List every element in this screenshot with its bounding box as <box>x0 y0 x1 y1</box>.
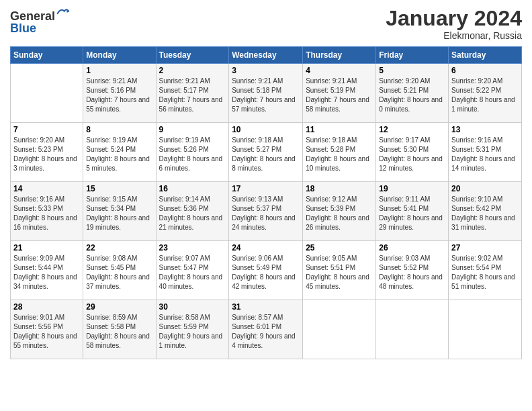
page-container: General Blue January 2024 Elekmonar, Rus… <box>0 0 532 366</box>
day-info: Sunrise: 9:14 AM Sunset: 5:36 PM Dayligh… <box>159 195 226 232</box>
day-number: 10 <box>232 125 300 134</box>
daylight: Daylight: 7 hours and 57 minutes. <box>232 96 296 113</box>
sunrise: Sunrise: 9:08 AM <box>86 255 137 262</box>
sunset: Sunset: 5:27 PM <box>232 146 281 153</box>
day-info: Sunrise: 8:59 AM Sunset: 5:58 PM Dayligh… <box>86 313 152 351</box>
day-info: Sunrise: 9:06 AM Sunset: 5:49 PM Dayligh… <box>232 254 300 291</box>
day-info: Sunrise: 9:11 AM Sunset: 5:41 PM Dayligh… <box>379 195 445 232</box>
day-info: Sunrise: 8:58 AM Sunset: 5:59 PM Dayligh… <box>159 313 226 351</box>
daylight: Daylight: 8 hours and 42 minutes. <box>232 273 296 290</box>
daylight: Daylight: 8 hours and 12 minutes. <box>379 155 443 172</box>
day-number: 7 <box>13 125 80 134</box>
daylight: Daylight: 7 hours and 55 minutes. <box>86 96 150 113</box>
calendar-cell <box>11 64 83 123</box>
sunrise: Sunrise: 9:09 AM <box>13 255 64 262</box>
sunrise: Sunrise: 9:01 AM <box>13 314 64 321</box>
calendar-cell: 3 Sunrise: 9:21 AM Sunset: 5:18 PM Dayli… <box>229 64 303 123</box>
calendar-week-1: 7 Sunrise: 9:20 AM Sunset: 5:23 PM Dayli… <box>11 123 522 182</box>
day-info: Sunrise: 9:15 AM Sunset: 5:34 PM Dayligh… <box>86 195 152 232</box>
sunrise: Sunrise: 9:07 AM <box>159 255 210 262</box>
sunset: Sunset: 5:33 PM <box>13 205 63 212</box>
sunset: Sunset: 5:22 PM <box>451 87 501 94</box>
sunrise: Sunrise: 9:11 AM <box>379 195 430 203</box>
calendar-cell: 30 Sunrise: 8:58 AM Sunset: 5:59 PM Dayl… <box>156 300 229 359</box>
calendar-cell: 28 Sunrise: 9:01 AM Sunset: 5:56 PM Dayl… <box>11 300 83 359</box>
sunset: Sunset: 5:45 PM <box>86 264 136 271</box>
day-number: 21 <box>13 243 80 253</box>
calendar-cell <box>303 300 376 359</box>
day-info: Sunrise: 9:21 AM Sunset: 5:18 PM Dayligh… <box>232 77 300 114</box>
sunset: Sunset: 5:42 PM <box>451 205 501 212</box>
daylight: Daylight: 8 hours and 14 minutes. <box>451 155 515 172</box>
sunrise: Sunrise: 9:21 AM <box>86 77 137 85</box>
day-info: Sunrise: 9:07 AM Sunset: 5:47 PM Dayligh… <box>159 254 226 291</box>
day-number: 24 <box>232 243 300 253</box>
sunrise: Sunrise: 9:02 AM <box>451 255 502 262</box>
daylight: Daylight: 8 hours and 55 minutes. <box>13 332 77 349</box>
sunrise: Sunrise: 9:16 AM <box>13 195 64 203</box>
day-number: 4 <box>306 66 373 75</box>
calendar-cell: 11 Sunrise: 9:18 AM Sunset: 5:28 PM Dayl… <box>303 123 376 182</box>
daylight: Daylight: 8 hours and 5 minutes. <box>86 155 150 172</box>
sunrise: Sunrise: 9:15 AM <box>86 195 137 203</box>
day-number: 1 <box>86 66 152 75</box>
sunrise: Sunrise: 9:21 AM <box>159 77 210 85</box>
calendar-week-4: 28 Sunrise: 9:01 AM Sunset: 5:56 PM Dayl… <box>11 300 522 359</box>
sunset: Sunset: 5:54 PM <box>451 264 501 271</box>
col-monday: Monday <box>83 47 156 64</box>
day-info: Sunrise: 9:08 AM Sunset: 5:45 PM Dayligh… <box>86 254 152 291</box>
daylight: Daylight: 8 hours and 21 minutes. <box>159 214 223 231</box>
sunrise: Sunrise: 8:57 AM <box>232 314 283 321</box>
daylight: Daylight: 8 hours and 10 minutes. <box>306 155 369 172</box>
day-number: 27 <box>451 243 519 253</box>
sunset: Sunset: 5:24 PM <box>86 146 136 153</box>
day-info: Sunrise: 9:20 AM Sunset: 5:21 PM Dayligh… <box>379 77 445 114</box>
sunset: Sunset: 5:34 PM <box>86 205 136 212</box>
sunrise: Sunrise: 9:20 AM <box>13 136 64 144</box>
daylight: Daylight: 9 hours and 4 minutes. <box>232 332 296 349</box>
day-number: 6 <box>451 66 519 75</box>
day-number: 25 <box>306 243 373 253</box>
daylight: Daylight: 8 hours and 40 minutes. <box>159 273 223 290</box>
calendar-cell: 26 Sunrise: 9:03 AM Sunset: 5:52 PM Dayl… <box>376 241 449 300</box>
day-info: Sunrise: 9:05 AM Sunset: 5:51 PM Dayligh… <box>306 254 373 291</box>
calendar-header: Sunday Monday Tuesday Wednesday Thursday… <box>11 47 522 64</box>
calendar-cell: 25 Sunrise: 9:05 AM Sunset: 5:51 PM Dayl… <box>303 241 376 300</box>
calendar-cell: 15 Sunrise: 9:15 AM Sunset: 5:34 PM Dayl… <box>83 182 156 241</box>
calendar-cell: 29 Sunrise: 8:59 AM Sunset: 5:58 PM Dayl… <box>83 300 156 359</box>
calendar-cell: 18 Sunrise: 9:12 AM Sunset: 5:39 PM Dayl… <box>303 182 376 241</box>
day-info: Sunrise: 9:20 AM Sunset: 5:23 PM Dayligh… <box>13 136 80 173</box>
day-number: 19 <box>379 184 445 193</box>
sunset: Sunset: 5:26 PM <box>159 146 209 153</box>
calendar-week-0: 1 Sunrise: 9:21 AM Sunset: 5:16 PM Dayli… <box>11 64 522 123</box>
sunset: Sunset: 5:47 PM <box>159 264 209 271</box>
sunrise: Sunrise: 9:06 AM <box>232 255 283 262</box>
header-row: Sunday Monday Tuesday Wednesday Thursday… <box>11 47 522 64</box>
daylight: Daylight: 8 hours and 48 minutes. <box>379 273 443 290</box>
day-info: Sunrise: 9:16 AM Sunset: 5:31 PM Dayligh… <box>451 136 519 173</box>
sunrise: Sunrise: 9:21 AM <box>232 77 283 85</box>
day-number: 20 <box>451 184 519 193</box>
calendar-cell: 6 Sunrise: 9:20 AM Sunset: 5:22 PM Dayli… <box>449 64 522 123</box>
page-header: General Blue January 2024 Elekmonar, Rus… <box>10 7 522 41</box>
day-info: Sunrise: 9:01 AM Sunset: 5:56 PM Dayligh… <box>13 313 80 351</box>
day-number: 23 <box>159 243 226 253</box>
day-number: 5 <box>379 66 445 75</box>
daylight: Daylight: 8 hours and 26 minutes. <box>306 214 369 231</box>
calendar-cell: 23 Sunrise: 9:07 AM Sunset: 5:47 PM Dayl… <box>156 241 229 300</box>
day-number: 11 <box>306 125 373 134</box>
title-block: January 2024 Elekmonar, Russia <box>386 7 522 41</box>
day-info: Sunrise: 9:18 AM Sunset: 5:28 PM Dayligh… <box>306 136 373 173</box>
calendar-cell: 27 Sunrise: 9:02 AM Sunset: 5:54 PM Dayl… <box>449 241 522 300</box>
calendar-cell <box>376 300 449 359</box>
daylight: Daylight: 7 hours and 58 minutes. <box>306 96 369 113</box>
sunrise: Sunrise: 9:18 AM <box>306 136 357 144</box>
daylight: Daylight: 8 hours and 24 minutes. <box>232 214 296 231</box>
sunset: Sunset: 5:52 PM <box>379 264 429 271</box>
calendar-cell: 1 Sunrise: 9:21 AM Sunset: 5:16 PM Dayli… <box>83 64 156 123</box>
day-number: 28 <box>13 302 80 312</box>
day-info: Sunrise: 9:12 AM Sunset: 5:39 PM Dayligh… <box>306 195 373 232</box>
calendar-cell: 20 Sunrise: 9:10 AM Sunset: 5:42 PM Dayl… <box>449 182 522 241</box>
daylight: Daylight: 8 hours and 58 minutes. <box>86 332 150 349</box>
day-number: 12 <box>379 125 445 134</box>
